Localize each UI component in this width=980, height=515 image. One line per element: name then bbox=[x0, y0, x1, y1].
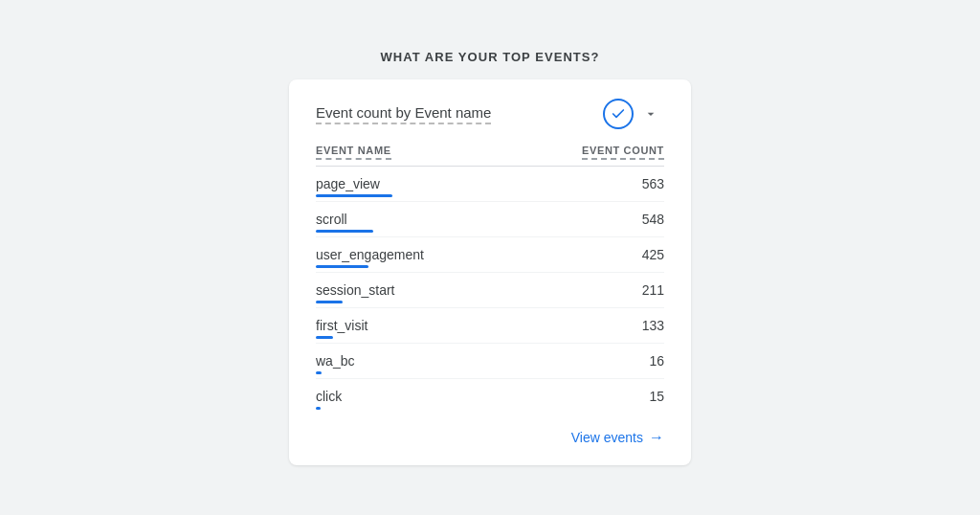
event-bar bbox=[316, 230, 373, 233]
event-name-cell: wa_bc bbox=[316, 353, 354, 374]
event-name-text: scroll bbox=[316, 212, 373, 227]
check-icon[interactable] bbox=[603, 99, 634, 129]
event-name-text: session_start bbox=[316, 282, 394, 298]
view-events-label: View events bbox=[571, 430, 643, 445]
event-bar bbox=[316, 194, 392, 197]
event-bar bbox=[316, 265, 368, 268]
event-bar bbox=[316, 336, 333, 339]
event-count-text: 16 bbox=[649, 353, 664, 369]
event-name-text: click bbox=[316, 389, 342, 404]
event-name-text: wa_bc bbox=[316, 353, 354, 369]
event-count-text: 563 bbox=[642, 176, 664, 191]
event-count-text: 15 bbox=[649, 389, 664, 404]
col-header-event-count: EVENT COUNT bbox=[582, 145, 664, 160]
table-row: user_engagement 425 bbox=[316, 237, 664, 273]
table-row: wa_bc 16 bbox=[316, 344, 664, 379]
table-row: page_view 563 bbox=[316, 167, 664, 202]
dropdown-button[interactable] bbox=[637, 101, 664, 127]
event-count-text: 425 bbox=[642, 247, 664, 262]
event-name-cell: user_engagement bbox=[316, 247, 424, 268]
table-row: scroll 548 bbox=[316, 202, 664, 237]
card-footer: View events → bbox=[316, 414, 664, 446]
page-wrapper: WHAT ARE YOUR TOP EVENTS? Event count by… bbox=[0, 50, 980, 465]
event-name-cell: scroll bbox=[316, 212, 373, 233]
event-name-text: page_view bbox=[316, 176, 392, 191]
view-events-link[interactable]: View events → bbox=[571, 429, 664, 446]
table-header: EVENT NAME EVENT COUNT bbox=[316, 145, 664, 167]
table-row: click 15 bbox=[316, 379, 664, 414]
event-count-text: 548 bbox=[642, 212, 664, 227]
event-bar bbox=[316, 407, 321, 410]
card-title: Event count by Event name bbox=[316, 104, 491, 124]
col-header-event-name: EVENT NAME bbox=[316, 145, 391, 160]
event-name-cell: first_visit bbox=[316, 318, 368, 339]
arrow-icon: → bbox=[649, 429, 664, 446]
page-title: WHAT ARE YOUR TOP EVENTS? bbox=[381, 50, 600, 64]
card-header: Event count by Event name bbox=[316, 99, 664, 129]
event-name-text: user_engagement bbox=[316, 247, 424, 262]
event-count-text: 133 bbox=[642, 318, 664, 333]
card: Event count by Event name EVENT NAME EVE… bbox=[289, 79, 691, 465]
event-name-cell: page_view bbox=[316, 176, 392, 197]
event-name-text: first_visit bbox=[316, 318, 368, 333]
event-name-cell: click bbox=[316, 389, 342, 410]
table-row: first_visit 133 bbox=[316, 308, 664, 344]
event-bar bbox=[316, 371, 322, 374]
header-actions bbox=[603, 99, 664, 129]
table-row: session_start 211 bbox=[316, 273, 664, 308]
event-count-text: 211 bbox=[642, 282, 664, 298]
table-body: page_view 563 scroll 548 user_engagement… bbox=[316, 167, 664, 414]
event-bar bbox=[316, 301, 343, 303]
event-name-cell: session_start bbox=[316, 282, 394, 303]
